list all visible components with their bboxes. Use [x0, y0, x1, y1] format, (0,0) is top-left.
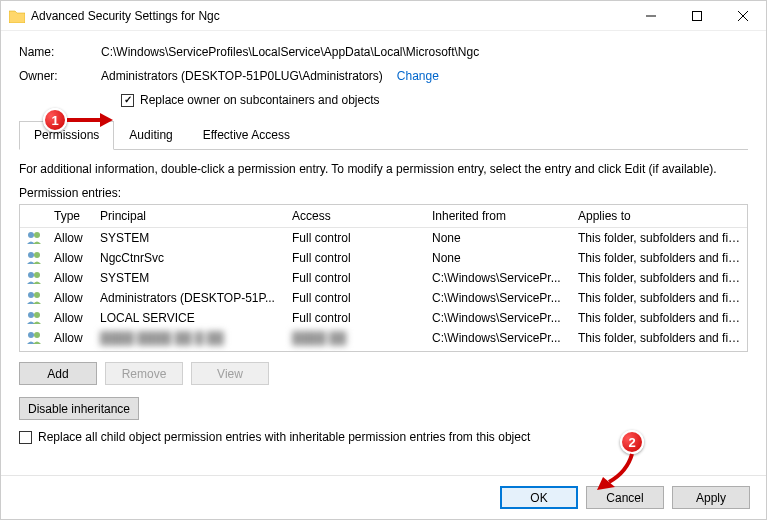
cell-type: Allow — [48, 247, 94, 269]
title-bar: Advanced Security Settings for Ngc — [1, 1, 766, 31]
annotation-arrow-2 — [597, 452, 637, 492]
cell-inherited: C:\Windows\ServicePr... — [426, 287, 572, 309]
cell-applies: This folder, subfolders and files — [572, 287, 747, 309]
col-principal[interactable]: Principal — [94, 205, 286, 227]
cell-inherited: None — [426, 227, 572, 249]
cell-inherited: C:\Windows\ServicePr... — [426, 267, 572, 289]
svg-point-12 — [28, 312, 34, 318]
col-applies[interactable]: Applies to — [572, 205, 747, 227]
svg-point-15 — [34, 332, 40, 338]
cell-access: Full control — [286, 307, 426, 329]
change-link[interactable]: Change — [397, 69, 439, 83]
minimize-button[interactable] — [628, 1, 674, 31]
cell-access: ████ ██ — [286, 327, 426, 349]
annotation-balloon-1: 1 — [43, 108, 67, 132]
col-inherited[interactable]: Inherited from — [426, 205, 572, 227]
svg-point-6 — [28, 252, 34, 258]
svg-rect-1 — [693, 11, 702, 20]
cell-principal: LOCAL SERVICE — [94, 307, 286, 329]
add-button[interactable]: Add — [19, 362, 97, 385]
table-row[interactable]: AllowLOCAL SERVICEFull controlC:\Windows… — [20, 308, 747, 328]
cell-type: Allow — [48, 227, 94, 249]
replace-children-label: Replace all child object permission entr… — [38, 430, 530, 444]
cell-access: Full control — [286, 227, 426, 249]
table-row[interactable]: AllowSYSTEMFull controlC:\Windows\Servic… — [20, 268, 747, 288]
window-title: Advanced Security Settings for Ngc — [31, 9, 628, 23]
annotation-balloon-2: 2 — [620, 430, 644, 454]
maximize-button[interactable] — [674, 1, 720, 31]
cell-applies: This folder, subfolders and files — [572, 227, 747, 249]
table-row[interactable]: Allow████ ████ ██ █ ██████ ██C:\Windows\… — [20, 328, 747, 348]
tab-effective-access[interactable]: Effective Access — [188, 121, 305, 149]
svg-marker-17 — [100, 113, 113, 127]
svg-point-9 — [34, 272, 40, 278]
cell-inherited: C:\Windows\ServicePr... — [426, 307, 572, 329]
principal-icon — [20, 326, 48, 351]
col-type[interactable]: Type — [48, 205, 94, 227]
permission-table: Type Principal Access Inherited from App… — [19, 204, 748, 352]
cell-principal: Administrators (DESKTOP-51P... — [94, 287, 286, 309]
name-label: Name: — [19, 45, 101, 59]
cell-inherited: C:\Windows\ServicePr... — [426, 327, 572, 349]
owner-label: Owner: — [19, 69, 101, 83]
cell-access: Full control — [286, 247, 426, 269]
replace-owner-checkbox[interactable] — [121, 94, 134, 107]
table-header: Type Principal Access Inherited from App… — [20, 205, 747, 228]
cell-applies: This folder, subfolders and files — [572, 267, 747, 289]
cell-applies: This folder, subfolders and files — [572, 247, 747, 269]
view-button: View — [191, 362, 269, 385]
tab-auditing[interactable]: Auditing — [114, 121, 187, 149]
apply-button[interactable]: Apply — [672, 486, 750, 509]
table-row[interactable]: AllowNgcCtnrSvcFull controlNoneThis fold… — [20, 248, 747, 268]
table-row[interactable]: AllowSYSTEMFull controlNoneThis folder, … — [20, 228, 747, 248]
tab-strip: Permissions Auditing Effective Access — [19, 121, 748, 150]
permission-entries-label: Permission entries: — [19, 186, 748, 200]
svg-point-4 — [28, 232, 34, 238]
cell-principal: SYSTEM — [94, 267, 286, 289]
svg-point-8 — [28, 272, 34, 278]
cell-type: Allow — [48, 287, 94, 309]
cell-access: Full control — [286, 287, 426, 309]
info-text: For additional information, double-click… — [19, 162, 748, 176]
remove-button: Remove — [105, 362, 183, 385]
cell-applies: This folder, subfolders and files — [572, 307, 747, 329]
ok-button[interactable]: OK — [500, 486, 578, 509]
cell-access: Full control — [286, 267, 426, 289]
svg-point-5 — [34, 232, 40, 238]
owner-value: Administrators (DESKTOP-51P0LUG\Administ… — [101, 69, 383, 83]
svg-point-7 — [34, 252, 40, 258]
folder-icon — [9, 9, 25, 23]
cell-principal: ████ ████ ██ █ ██ — [94, 327, 286, 349]
annotation-arrow-1 — [67, 111, 113, 129]
disable-inheritance-button[interactable]: Disable inheritance — [19, 397, 139, 420]
svg-point-11 — [34, 292, 40, 298]
svg-point-13 — [34, 312, 40, 318]
cell-type: Allow — [48, 267, 94, 289]
close-button[interactable] — [720, 1, 766, 31]
cell-applies: This folder, subfolders and files — [572, 327, 747, 349]
cell-principal: NgcCtnrSvc — [94, 247, 286, 269]
cell-principal: SYSTEM — [94, 227, 286, 249]
table-row[interactable]: AllowAdministrators (DESKTOP-51P...Full … — [20, 288, 747, 308]
cell-type: Allow — [48, 307, 94, 329]
name-value: C:\Windows\ServiceProfiles\LocalService\… — [101, 45, 479, 59]
dialog-footer: OK Cancel Apply — [1, 475, 766, 519]
col-access[interactable]: Access — [286, 205, 426, 227]
replace-owner-label: Replace owner on subcontainers and objec… — [140, 93, 379, 107]
cell-type: Allow — [48, 327, 94, 349]
svg-point-10 — [28, 292, 34, 298]
svg-point-14 — [28, 332, 34, 338]
replace-children-checkbox[interactable] — [19, 431, 32, 444]
cell-inherited: None — [426, 247, 572, 269]
